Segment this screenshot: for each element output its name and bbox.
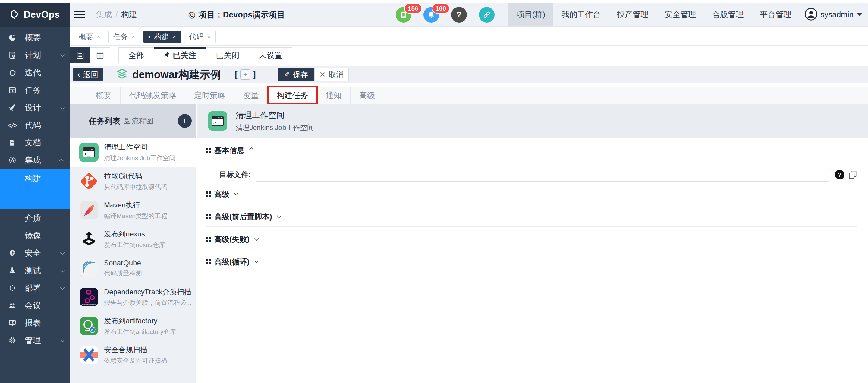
sidebar-item-report[interactable]: 报表 xyxy=(0,314,70,332)
pin-icon xyxy=(164,51,170,60)
dependencytrack-icon: dependency track xyxy=(79,287,98,307)
shield-icon xyxy=(8,248,17,258)
section-advanced-loop[interactable]: 高级(循环) xyxy=(206,255,857,269)
sidebar-item-task[interactable]: 任务 xyxy=(0,82,70,99)
sidebar-item-docs[interactable]: 文档 xyxy=(0,134,70,151)
nav-platform-mgmt[interactable]: 平台管理 xyxy=(752,3,799,26)
tab-variables[interactable]: 变量 xyxy=(235,87,268,104)
sidebar-item-plan[interactable]: 计划 xyxy=(0,47,70,64)
task-item-nexus[interactable]: 发布到nexus发布工件到nexus仓库 xyxy=(70,225,196,254)
section-advanced-scripts[interactable]: 高级(前后置脚本) xyxy=(206,210,857,224)
filter-tab-unset[interactable]: 未设置 xyxy=(249,48,292,63)
task-item-git-pull[interactable]: 拉取Git代码从代码库中拉取源代码 xyxy=(70,167,196,196)
sidebar-item-overview[interactable]: 概要 xyxy=(0,29,70,47)
close-icon[interactable]: × xyxy=(97,33,100,40)
task-item-clean-workspace[interactable]: •••>_ 清理工作空间清理Jenkins Job工作空间 xyxy=(70,138,196,167)
section-basic-info[interactable]: 基本信息 xyxy=(206,143,857,157)
sidebar-item-build[interactable]: 构建 xyxy=(0,169,70,209)
sidebar-item-test[interactable]: 测试 xyxy=(0,262,70,279)
breadcrumb-build[interactable]: 构建 xyxy=(121,9,137,20)
task-item-sonarqube[interactable]: SonarQube代码质量检测 xyxy=(70,254,196,283)
nav-projects[interactable]: 项目(群) xyxy=(508,3,553,26)
sidebar-item-code[interactable]: </> 代码 xyxy=(0,116,70,134)
sidebar-item-manage[interactable]: 管理 xyxy=(0,332,70,349)
top-header: 集成 / 构建 ◎ 项目：Devops演示项目 156 180 xyxy=(70,3,868,27)
task-item-maven[interactable]: Maven执行编译Maven类型的工程 xyxy=(70,196,196,225)
tab-chip-build[interactable]: ● 构建 × xyxy=(144,31,181,43)
task-item-artifactory[interactable]: 发布到artifactory发布工件到artifactory仓库 xyxy=(70,312,196,341)
target-file-label: 目标文件: xyxy=(206,170,251,179)
task-item-dependencytrack[interactable]: dependency track DependencyTrack介质扫描报告与介… xyxy=(70,283,196,312)
chevron-down-icon xyxy=(60,285,65,290)
sidebar-item-image[interactable]: 镜像 xyxy=(0,227,70,244)
app-logo: DevOps xyxy=(0,3,70,27)
sidebar-item-artifact[interactable]: 介质 xyxy=(0,209,70,227)
main-area: 集成 / 构建 ◎ 项目：Devops演示项目 156 180 xyxy=(70,3,868,383)
add-in-title-button[interactable]: + xyxy=(240,69,250,80)
filter-tab-all[interactable]: 全部 xyxy=(119,48,154,63)
breadcrumb-integration[interactable]: 集成 xyxy=(96,9,112,20)
project-label: ◎ 项目：Devops演示项目 xyxy=(188,9,285,20)
tab-overview[interactable]: 概要 xyxy=(87,87,121,104)
tab-build-tasks[interactable]: 构建任务 xyxy=(268,87,317,104)
sidebar-item-security[interactable]: 安全 xyxy=(0,244,70,262)
breadcrumb: 集成 / 构建 xyxy=(96,9,137,20)
section-advanced[interactable]: 高级 xyxy=(206,187,857,201)
save-button[interactable]: ✎ 保存 xyxy=(278,67,314,82)
sidebar: DevOps 概要 计划 迭代 任务 xyxy=(0,3,70,383)
tab-chip-task[interactable]: 任务 × xyxy=(108,31,140,43)
tab-notification[interactable]: 通知 xyxy=(317,87,350,104)
help-circle-icon[interactable]: ? xyxy=(835,170,844,179)
header-nav: 项目(群) 我的工作台 投产管理 安全管理 合版管理 平台管理 xyxy=(508,3,799,26)
notification-bell-button[interactable]: 180 xyxy=(424,7,439,23)
cancel-button[interactable]: ✕ 取消 xyxy=(314,67,349,82)
link-button[interactable] xyxy=(479,7,495,23)
target-file-input[interactable] xyxy=(255,168,830,181)
back-button[interactable]: ‹ 返回 xyxy=(73,67,103,82)
nav-version-mgmt[interactable]: 合版管理 xyxy=(704,3,752,26)
nav-security-mgmt[interactable]: 安全管理 xyxy=(656,3,704,26)
section-advanced-fail[interactable]: 高级(失败) xyxy=(206,232,857,246)
sidebar-item-meeting[interactable]: 会议 xyxy=(0,297,70,314)
collapse-up-icon xyxy=(249,147,253,152)
sidebar-item-integration[interactable]: 集成 xyxy=(0,151,70,169)
close-icon[interactable]: × xyxy=(207,33,211,40)
filter-tab-followed[interactable]: 已关注 xyxy=(154,48,206,63)
iteration-icon xyxy=(8,68,17,77)
copy-icon[interactable] xyxy=(848,170,857,179)
tab-chip-overview[interactable]: 概要 × xyxy=(74,31,105,43)
close-icon[interactable]: × xyxy=(173,33,176,40)
crosshair-icon xyxy=(8,284,17,293)
collapse-down-icon xyxy=(277,214,281,218)
chevron-down-icon xyxy=(60,105,65,110)
list-view-button[interactable] xyxy=(70,47,90,63)
sidebar-item-iteration[interactable]: 迭代 xyxy=(0,64,70,82)
sidebar-item-deploy[interactable]: 部署 xyxy=(0,279,70,297)
flowchart-link[interactable]: 流程图 xyxy=(123,116,153,126)
task-item-security-scan[interactable]: 安全合规扫描依赖安全及许可证扫描 xyxy=(70,341,196,370)
document-icon xyxy=(8,138,17,147)
maven-icon xyxy=(79,201,98,220)
tab-chip-code[interactable]: 代码 × xyxy=(184,31,216,43)
tab-advanced[interactable]: 高级 xyxy=(350,87,384,104)
user-menu[interactable]: sysadmin xyxy=(799,8,868,22)
sidebar-item-design[interactable]: 设计 xyxy=(0,99,70,116)
board-view-button[interactable] xyxy=(90,47,110,63)
task-icon xyxy=(8,86,17,95)
scrollbar-track[interactable] xyxy=(860,30,860,383)
project-target-icon: ◎ xyxy=(188,10,195,20)
nexus-icon xyxy=(79,230,98,249)
tab-schedule[interactable]: 定时策略 xyxy=(185,87,235,104)
filter-tabs: 全部 已关注 已关闭 未设置 xyxy=(119,47,292,63)
add-task-button[interactable]: + xyxy=(178,114,192,128)
filter-tab-closed[interactable]: 已关闭 xyxy=(206,48,249,63)
title-bracket-group: [ + ] xyxy=(235,69,256,80)
tab-code-trigger[interactable]: 代码触发策略 xyxy=(121,87,185,104)
document-log-button[interactable]: 156 xyxy=(396,7,411,23)
close-icon[interactable]: × xyxy=(131,33,135,40)
nav-workbench[interactable]: 我的工作台 xyxy=(553,3,609,26)
help-button[interactable]: ? xyxy=(451,7,467,23)
hamburger-menu-icon[interactable] xyxy=(74,11,85,19)
nav-production[interactable]: 投产管理 xyxy=(609,3,656,26)
chevron-down-icon xyxy=(60,267,65,272)
